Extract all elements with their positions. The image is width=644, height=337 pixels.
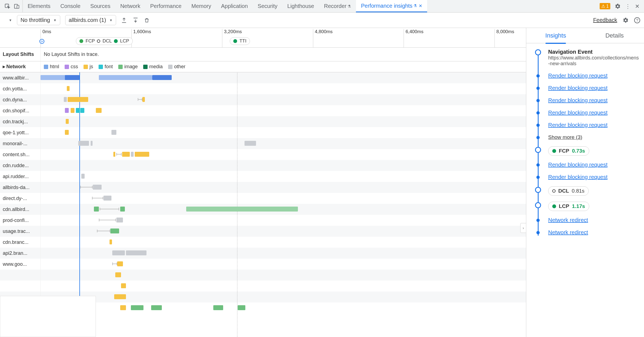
tab-performance[interactable]: Performance [145, 0, 187, 12]
network-section-toggle[interactable]: ▸ Network [0, 61, 41, 72]
import-icon[interactable] [133, 17, 139, 23]
network-row[interactable]: usage.trac... [0, 226, 526, 237]
network-row[interactable]: qoe-1.yott... [0, 127, 526, 138]
request-bar[interactable] [112, 250, 125, 255]
request-bar[interactable] [93, 185, 102, 190]
network-row[interactable]: allbirds-da... [0, 182, 526, 193]
request-bar[interactable] [91, 141, 93, 146]
network-row[interactable] [0, 281, 526, 292]
request-bar[interactable] [96, 108, 102, 113]
request-bar[interactable] [64, 97, 67, 102]
insight-link[interactable]: Render blocking request [548, 122, 608, 128]
network-row[interactable]: monorail-... [0, 138, 526, 149]
legend-html[interactable]: html [44, 64, 59, 70]
tab-lighthouse[interactable]: Lighthouse [282, 0, 319, 12]
network-row[interactable]: cdn.trackj... [0, 116, 526, 127]
insight-link[interactable]: Render blocking request [548, 85, 608, 91]
tab-memory[interactable]: Memory [186, 0, 216, 12]
request-bar[interactable] [122, 152, 130, 157]
legend-css[interactable]: css [65, 64, 78, 70]
network-row[interactable] [0, 270, 526, 281]
insight-link[interactable]: Render blocking request [548, 97, 608, 103]
metric-pill-dcl[interactable]: DCL0.81s [548, 186, 589, 196]
network-row[interactable]: prod-confi... [0, 215, 526, 226]
insight-link[interactable]: Render blocking request [548, 162, 608, 168]
request-bar[interactable] [238, 305, 245, 310]
request-bar[interactable] [245, 141, 256, 146]
request-bar[interactable] [71, 108, 74, 113]
request-bar[interactable] [110, 229, 119, 233]
request-bar[interactable] [66, 119, 69, 124]
close-tab-icon[interactable]: ✕ [419, 3, 422, 8]
request-bar[interactable] [151, 305, 162, 310]
request-bar[interactable] [113, 152, 115, 157]
tab-security[interactable]: Security [253, 0, 282, 12]
insights-body[interactable]: Navigation Eventhttps://www.allbirds.com… [526, 43, 644, 337]
request-bar[interactable] [120, 305, 126, 310]
feedback-link[interactable]: Feedback [593, 17, 617, 23]
show-more-link[interactable]: Show more (3) [548, 134, 582, 140]
request-bar[interactable] [135, 152, 149, 157]
legend-js[interactable]: js [84, 64, 93, 70]
network-row[interactable]: cdn.branc... [0, 237, 526, 248]
legend-media[interactable]: media [143, 64, 163, 70]
request-bar[interactable] [68, 97, 88, 102]
tab-performance-insights[interactable]: Performance insights ⚗✕ [356, 0, 427, 12]
request-bar[interactable] [186, 207, 298, 212]
request-bar[interactable] [115, 272, 121, 277]
insight-link[interactable]: Network redirect [548, 217, 588, 223]
request-bar[interactable] [131, 305, 143, 310]
network-row[interactable]: cdn.shopif... [0, 105, 526, 116]
delete-icon[interactable] [144, 17, 150, 23]
request-bar[interactable] [65, 108, 69, 113]
timing-marker-pill[interactable]: TTI [230, 37, 250, 45]
network-row[interactable]: www.goo... [0, 259, 526, 270]
network-row[interactable]: api2.bran... [0, 248, 526, 259]
request-bar[interactable] [152, 75, 172, 80]
insight-link[interactable]: Render blocking request [548, 110, 608, 116]
legend-font[interactable]: font [99, 64, 113, 70]
request-bar[interactable] [121, 283, 126, 288]
request-bar[interactable] [65, 75, 79, 80]
network-row[interactable]: cdn.rudde... [0, 160, 526, 171]
insight-link[interactable]: Render blocking request [548, 174, 608, 180]
settings-gear-icon[interactable] [615, 3, 621, 9]
request-bar[interactable] [142, 97, 145, 102]
tab-elements[interactable]: Elements [23, 0, 55, 12]
legend-image[interactable]: image [118, 64, 138, 70]
metric-pill-lcp[interactable]: LCP1.17s [548, 202, 589, 211]
issues-badge[interactable]: ⚠ 1 [600, 3, 610, 9]
insight-link[interactable]: Render blocking request [548, 73, 608, 79]
request-bar[interactable] [80, 108, 84, 113]
export-icon[interactable] [121, 17, 127, 23]
tab-sources[interactable]: Sources [85, 0, 115, 12]
request-bar[interactable] [131, 152, 134, 157]
request-bar[interactable] [67, 86, 70, 91]
help-icon[interactable]: ? [634, 17, 640, 23]
tab-console[interactable]: Console [55, 0, 85, 12]
inspect-icon[interactable] [4, 3, 10, 9]
request-bar[interactable] [76, 108, 80, 113]
request-bar[interactable] [99, 75, 152, 80]
insight-link[interactable]: Network redirect [548, 229, 588, 235]
request-bar[interactable] [81, 174, 85, 179]
time-ruler[interactable]: 0ms1,600ms3,200ms4,800ms6,400ms8,000ms ⟳… [0, 28, 526, 48]
request-bar[interactable] [213, 305, 223, 310]
legend-other[interactable]: other [168, 64, 185, 70]
request-bar[interactable] [114, 294, 126, 299]
tab-application[interactable]: Application [216, 0, 253, 12]
network-row[interactable]: cdn.allbird... [0, 204, 526, 215]
rtab-details[interactable]: Details [585, 28, 644, 43]
device-toggle-icon[interactable] [14, 3, 20, 9]
request-bar[interactable] [126, 250, 146, 255]
network-row[interactable]: api.rudder... [0, 171, 526, 182]
rtab-insights[interactable]: Insights [526, 28, 585, 43]
request-bar[interactable] [120, 207, 125, 212]
network-waterfall[interactable]: › www.allbir...cdn.yotta...cdn.dyna...cd… [0, 72, 526, 337]
recording-select[interactable]: allbirds.com (1) ▼ [65, 15, 116, 25]
request-bar[interactable] [78, 141, 89, 146]
tab-network[interactable]: Network [115, 0, 145, 12]
network-row[interactable]: cdn.yotta... [0, 83, 526, 94]
request-bar[interactable] [104, 196, 111, 201]
network-row[interactable]: content.sh... [0, 149, 526, 160]
